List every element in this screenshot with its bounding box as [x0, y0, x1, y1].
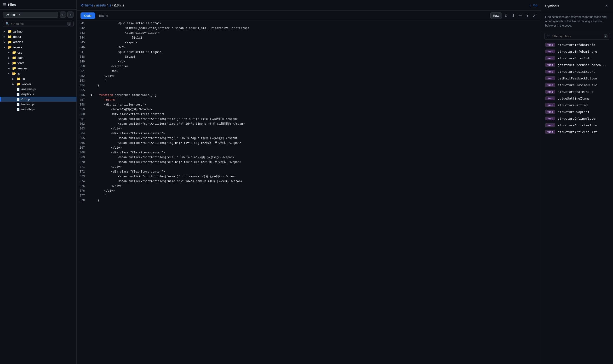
tree-item-lib[interactable]: ▶📁lib: [0, 76, 76, 81]
tree-item-worker[interactable]: ▶📁worker: [0, 81, 76, 87]
line-number[interactable]: 363: [77, 126, 89, 131]
line-number[interactable]: 343: [77, 31, 89, 35]
folder-icon: 📁: [12, 51, 16, 54]
line-number[interactable]: 372: [77, 169, 89, 174]
tab-blame[interactable]: Blame: [95, 13, 112, 19]
tree-item-github[interactable]: ▶📁.github: [0, 29, 76, 34]
line-number[interactable]: 367: [77, 145, 89, 150]
symbol-item[interactable]: funcstructureShareInput: [541, 88, 613, 95]
tree-item-fonts[interactable]: ▶📁fonts: [0, 60, 76, 65]
symbol-item[interactable]: funcstructureSwapList: [541, 108, 613, 115]
line-number[interactable]: 368: [77, 150, 89, 155]
top-button[interactable]: ↑ Top: [529, 3, 537, 7]
tree-item-loading_js[interactable]: 📄loading.js: [0, 102, 76, 107]
line-number[interactable]: 345: [77, 40, 89, 45]
line-number[interactable]: 362: [77, 122, 89, 126]
line-number[interactable]: 369: [77, 155, 89, 160]
tree-item-display_js[interactable]: 📄display.js: [0, 92, 76, 97]
line-number[interactable]: 353: [77, 78, 89, 83]
download-button[interactable]: ⬇: [510, 13, 516, 19]
line-number[interactable]: 364: [77, 131, 89, 136]
table-row: 363 </div>: [77, 126, 541, 131]
folder-chevron-icon: ▶: [7, 51, 11, 54]
tab-code[interactable]: Code: [81, 13, 95, 19]
line-number[interactable]: 377: [77, 193, 89, 198]
folder-chevron-icon: ▶: [7, 56, 11, 59]
line-number[interactable]: 360: [77, 112, 89, 117]
tree-item-images[interactable]: ▶📁images: [0, 65, 76, 71]
symbol-item[interactable]: funcgetstructureMusicSearch...: [541, 62, 613, 68]
line-number[interactable]: 346: [77, 45, 89, 50]
tree-item-css[interactable]: ▶📁css: [0, 50, 76, 55]
line-number[interactable]: 351: [77, 69, 89, 74]
search-input[interactable]: [11, 22, 65, 26]
tree-item-articles[interactable]: ▶📁articles: [0, 39, 76, 44]
go-to-file-search[interactable]: 🔍 t: [3, 21, 74, 27]
tree-item-analysis_js[interactable]: 📄analysis.js: [0, 87, 76, 92]
tree-item-moudle_js[interactable]: 📄moudle.js: [0, 107, 76, 112]
line-number[interactable]: 374: [77, 179, 89, 184]
symbol-item[interactable]: funcstructureErrorInfo: [541, 55, 613, 62]
line-number[interactable]: 354: [77, 83, 89, 88]
line-number[interactable]: 342: [77, 26, 89, 31]
line-number[interactable]: 378: [77, 198, 89, 203]
symbol-item[interactable]: funcvalueSettingItems: [541, 95, 613, 102]
line-number[interactable]: 355: [77, 88, 89, 93]
line-number[interactable]: 371: [77, 165, 89, 169]
line-number[interactable]: 375: [77, 184, 89, 189]
symbols-close-button[interactable]: ×: [604, 3, 609, 9]
more-button[interactable]: ▾: [525, 13, 530, 19]
symbol-item[interactable]: funcstructurePlayingMusic: [541, 82, 613, 88]
breadcrumb-link[interactable]: RTheme: [81, 3, 93, 7]
symbol-item[interactable]: funcgetMailFeedbackButton: [541, 75, 613, 82]
copy-button[interactable]: ⧉: [503, 13, 509, 19]
tree-item-i18n_js[interactable]: 📄i18n.js: [0, 97, 76, 102]
tree-item-data[interactable]: ▶📁data: [0, 55, 76, 60]
line-number[interactable]: 359: [77, 107, 89, 112]
line-number[interactable]: 350: [77, 64, 89, 69]
line-code: <br><h4>排序方式</h4><br>: [89, 107, 541, 112]
symbols-filter[interactable]: ☰ r: [544, 33, 610, 39]
breadcrumb-link[interactable]: assets: [96, 3, 106, 7]
expand-button[interactable]: ⤢: [531, 13, 537, 19]
line-number[interactable]: 349: [77, 59, 89, 64]
line-number[interactable]: 365: [77, 136, 89, 141]
line-number[interactable]: 347: [77, 50, 89, 54]
line-number[interactable]: 370: [77, 160, 89, 165]
raw-button[interactable]: Raw: [490, 13, 502, 19]
line-number[interactable]: 366: [77, 141, 89, 145]
line-number[interactable]: 344: [77, 35, 89, 40]
breadcrumb-link[interactable]: js: [109, 3, 111, 7]
table-row: 365 <span onclick="sortArticles('tag')" …: [77, 136, 541, 141]
tree-item-assets[interactable]: ▼📂assets: [0, 44, 76, 50]
symbol-item[interactable]: funcstructureOnlineVistor: [541, 115, 613, 122]
tree-item-js[interactable]: ▼📂js: [0, 71, 76, 76]
line-number[interactable]: 358: [77, 103, 89, 107]
new-file-button[interactable]: +: [60, 12, 66, 18]
toolbar-actions: Raw ⧉ ⬇ ✏ ▾ ⤢: [490, 13, 537, 19]
tree-item-label: worker: [22, 82, 31, 86]
filter-input[interactable]: [552, 34, 602, 38]
symbol-item[interactable]: funcstructureArticlesList: [541, 129, 613, 135]
line-code: `;: [89, 193, 541, 198]
sidebar-toggle-icon[interactable]: ☰: [3, 2, 6, 7]
search-file-button[interactable]: ⌕: [67, 12, 74, 18]
folder-icon: 📁: [16, 77, 20, 81]
symbol-item[interactable]: funcstructureInfobarInfo: [541, 41, 613, 48]
symbol-item[interactable]: funcstructureSetting: [541, 102, 613, 108]
tree-item-about[interactable]: ▶📁about: [0, 34, 76, 39]
branch-button[interactable]: ⎇ main ▾: [3, 12, 58, 18]
line-number[interactable]: 357: [77, 98, 89, 103]
symbol-item[interactable]: funcstructureInfobarShare: [541, 48, 613, 55]
symbol-item[interactable]: funcstructureMusicExport: [541, 68, 613, 75]
line-number[interactable]: 352: [77, 74, 89, 78]
line-number[interactable]: 361: [77, 117, 89, 122]
line-number[interactable]: 341: [77, 21, 89, 26]
edit-button[interactable]: ✏: [518, 13, 524, 19]
line-number[interactable]: 356: [77, 93, 89, 98]
folder-chevron-icon: ▼: [7, 72, 11, 75]
line-number[interactable]: 376: [77, 189, 89, 193]
symbol-item[interactable]: funcstructureArticlesInfo: [541, 122, 613, 129]
line-number[interactable]: 373: [77, 174, 89, 179]
line-number[interactable]: 348: [77, 54, 89, 59]
